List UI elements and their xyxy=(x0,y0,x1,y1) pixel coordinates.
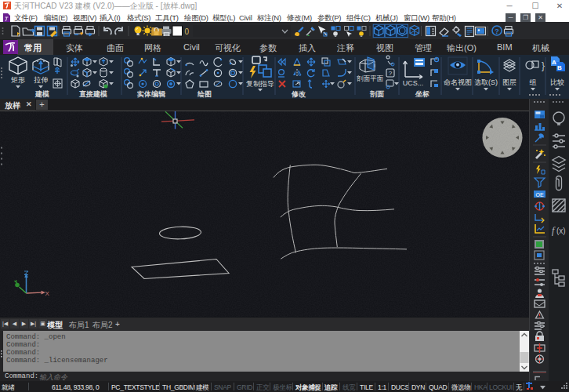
svg-text:f: f xyxy=(552,225,556,236)
svg-text:比较: 比较 xyxy=(550,78,564,86)
svg-text:坐标: 坐标 xyxy=(415,90,429,98)
svg-text:组: 组 xyxy=(530,78,537,86)
svg-text:剖面: 剖面 xyxy=(369,90,384,98)
svg-text:(x): (x) xyxy=(556,227,566,235)
svg-text:OE: OE xyxy=(535,192,543,198)
svg-text:B: B xyxy=(557,64,562,71)
svg-text:绘图: 绘图 xyxy=(197,90,212,98)
svg-text:建模: 建模 xyxy=(34,90,49,98)
svg-text:X: X xyxy=(45,290,50,297)
svg-text:?: ? xyxy=(389,70,393,77)
svg-text:修改: 修改 xyxy=(291,90,306,98)
svg-text:拉伸: 拉伸 xyxy=(34,76,48,84)
svg-text:图层: 图层 xyxy=(502,78,516,86)
svg-text:矩形: 矩形 xyxy=(11,76,25,84)
svg-text:命名视图: 命名视图 xyxy=(444,78,472,86)
svg-text:复制指导: 复制指导 xyxy=(246,80,274,88)
svg-text:0: 0 xyxy=(185,27,190,36)
svg-text:A: A xyxy=(552,59,556,66)
svg-text:UCS...: UCS... xyxy=(403,79,424,87)
svg-text:}: } xyxy=(542,60,545,71)
svg-text:剖面平面: 剖面平面 xyxy=(357,74,384,82)
svg-text:?: ? xyxy=(495,27,499,35)
svg-text:实体编辑: 实体编辑 xyxy=(137,90,166,98)
svg-text:选取(S): 选取(S) xyxy=(474,78,498,86)
svg-text:直接建模: 直接建模 xyxy=(78,90,107,98)
